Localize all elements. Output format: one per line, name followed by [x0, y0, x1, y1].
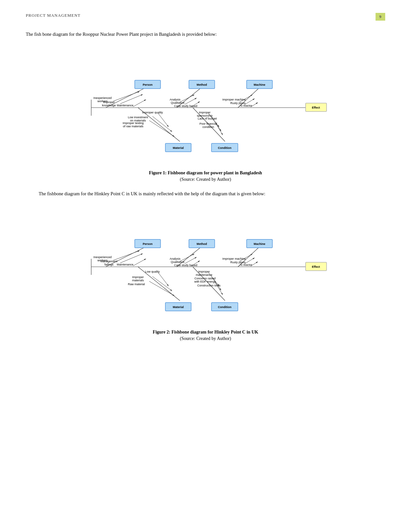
svg-line-26: [133, 100, 146, 107]
svg-text:Machine: Machine: [253, 242, 265, 246]
svg-text:Material: Material: [172, 305, 183, 309]
svg-text:of raw materials: of raw materials: [123, 125, 143, 128]
svg-text:Maintenance: Maintenance: [117, 104, 133, 107]
svg-text:Case study based: Case study based: [174, 104, 197, 108]
svg-text:Poor financial: Poor financial: [199, 122, 217, 125]
page-number: 9: [376, 13, 386, 21]
svg-text:Improper: Improper: [199, 111, 210, 114]
header-title: PROJECT MANAGEMENT: [26, 13, 81, 18]
svg-text:Construction tools: Construction tools: [197, 284, 220, 287]
svg-text:Management: Management: [100, 260, 117, 263]
svg-text:Analysis: Analysis: [170, 98, 181, 101]
svg-text:At reactor: At reactor: [240, 263, 252, 266]
svg-text:Analysis: Analysis: [170, 257, 181, 260]
svg-text:Lack of budget: Lack of budget: [198, 117, 217, 120]
svg-line-23: [120, 94, 143, 104]
fishbone-diagram-2: Person Method Machine Effect Material Co…: [73, 204, 338, 326]
svg-line-20: [113, 92, 140, 101]
svg-text:condition: condition: [202, 125, 214, 129]
svg-text:Improper: Improper: [198, 270, 210, 273]
fishbone-diagram-1: Person Method Machine Effect Material Co…: [73, 45, 338, 167]
svg-text:Improper testing: Improper testing: [122, 121, 143, 125]
svg-text:materials: materials: [132, 279, 144, 282]
svg-text:Low investment: Low investment: [128, 116, 148, 119]
svg-text:Low quality: Low quality: [145, 270, 160, 273]
svg-text:Maintenance: Maintenance: [117, 263, 133, 266]
svg-text:Qualitative: Qualitative: [171, 260, 184, 264]
svg-text:Effect: Effect: [312, 265, 320, 268]
svg-text:Improper: Improper: [132, 276, 143, 279]
figure1-source: (Source: Created by Author): [26, 177, 385, 182]
svg-text:Inexperienced: Inexperienced: [93, 96, 112, 100]
svg-text:Improper machine: Improper machine: [222, 257, 246, 260]
svg-text:Improper machine: Improper machine: [222, 98, 246, 101]
svg-line-45: [149, 121, 174, 137]
svg-text:Machine: Machine: [253, 83, 265, 86]
intro-text-2: The fishbone diagram for the Hinkley Poi…: [26, 190, 385, 198]
svg-text:Inexperienced: Inexperienced: [93, 256, 112, 259]
figure2-caption: Figure 2: Fishbone diagram for Hinkley P…: [26, 330, 385, 335]
svg-text:Qualitative: Qualitative: [171, 101, 184, 104]
figure2-source: (Source: Created by Author): [26, 336, 385, 341]
figure1-caption: Figure 1: Fishbone diagram for power pla…: [26, 170, 385, 176]
svg-text:Improper quality: Improper quality: [142, 111, 163, 114]
svg-text:Raw material: Raw material: [128, 283, 145, 286]
svg-text:Person: Person: [142, 242, 152, 246]
intro-text-1: The fish bone diagram for the Rooppur Nu…: [26, 30, 385, 38]
diagram1-container: Person Method Machine Effect Material Co…: [26, 45, 385, 167]
svg-text:Condition: Condition: [218, 146, 231, 150]
svg-line-82: [133, 259, 146, 266]
svg-text:Person: Person: [142, 83, 152, 86]
svg-text:Effect: Effect: [312, 106, 320, 109]
svg-text:with EDF energy: with EDF energy: [194, 280, 216, 283]
header: PROJECT MANAGEMENT 9: [26, 13, 385, 21]
svg-text:Method: Method: [197, 83, 207, 86]
svg-text:maintenance: maintenance: [196, 273, 212, 276]
svg-text:knowledge: knowledge: [102, 104, 116, 107]
diagram2-container: Person Method Machine Effect Material Co…: [26, 204, 385, 326]
svg-text:Material: Material: [172, 146, 183, 150]
svg-text:At reactor: At reactor: [240, 104, 252, 107]
svg-text:Concerns raised: Concerns raised: [194, 277, 216, 280]
svg-line-76: [113, 251, 140, 260]
page: PROJECT MANAGEMENT 9 The fish bone diagr…: [0, 0, 411, 532]
svg-text:Improper: Improper: [103, 101, 114, 104]
svg-text:Condition: Condition: [218, 305, 231, 309]
svg-text:Case study based: Case study based: [174, 264, 197, 267]
svg-text:Method: Method: [197, 242, 207, 246]
svg-text:failings: failings: [104, 263, 113, 266]
svg-line-79: [120, 254, 143, 263]
